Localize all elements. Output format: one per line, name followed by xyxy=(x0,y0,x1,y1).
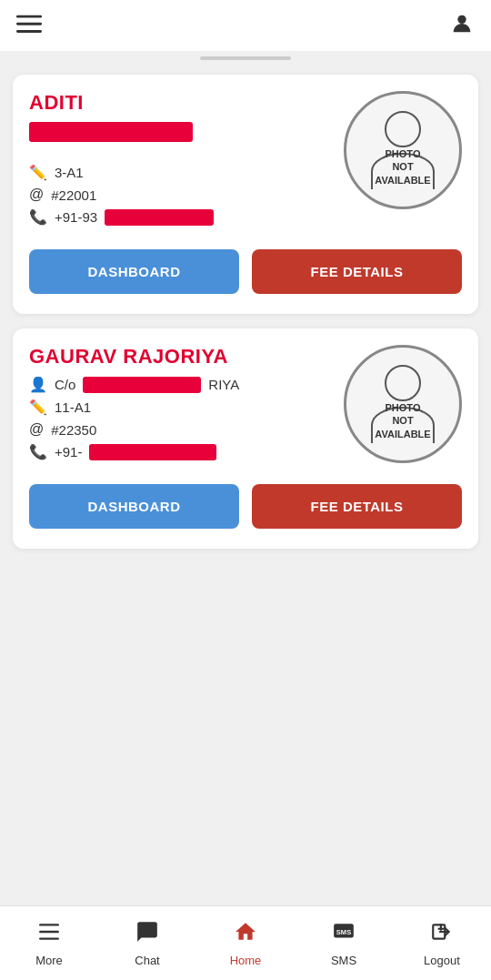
class-row-1: ✏️ 3-A1 xyxy=(29,164,335,181)
nav-more[interactable]: More xyxy=(0,920,98,967)
sms-label: SMS xyxy=(331,954,356,967)
id-value-1: #22001 xyxy=(51,187,96,203)
photo-not-available-1: PHOTONOTAVAILABLE xyxy=(375,147,430,187)
chat-icon xyxy=(135,920,159,950)
card-top-2: GAURAV RAJORIYA 👤 C/o RIYA ✏️ 11-A1 @ #2… xyxy=(29,345,462,466)
student-name-2: GAURAV RAJORIYA xyxy=(29,345,335,369)
student-card-1: ADITI ✏️ 3-A1 @ #22001 📞 +91-93 xyxy=(13,75,478,314)
edit-icon-2: ✏️ xyxy=(29,399,47,416)
nav-logout[interactable]: Logout xyxy=(393,920,491,967)
nav-sms[interactable]: SMS SMS xyxy=(295,920,393,967)
co-redacted-2 xyxy=(83,377,201,393)
id-row-1: @ #22001 xyxy=(29,187,335,203)
phone-redacted-2 xyxy=(89,444,216,460)
fee-details-button-1[interactable]: FEE DETAILS xyxy=(252,249,462,294)
scroll-bar xyxy=(200,56,291,60)
nav-home[interactable]: Home xyxy=(196,920,295,967)
svg-text:SMS: SMS xyxy=(336,927,351,935)
logout-label: Logout xyxy=(424,954,460,967)
card-top-1: ADITI ✏️ 3-A1 @ #22001 📞 +91-93 xyxy=(29,91,462,231)
menu-button[interactable] xyxy=(16,11,42,40)
phone-prefix-1: +91-93 xyxy=(55,209,97,225)
at-icon-1: @ xyxy=(29,187,44,203)
bottom-nav: More Chat Home SMS SMS xyxy=(0,905,491,980)
card-info-1: ADITI ✏️ 3-A1 @ #22001 📞 +91-93 xyxy=(29,91,344,231)
student-card-2: GAURAV RAJORIYA 👤 C/o RIYA ✏️ 11-A1 @ #2… xyxy=(13,328,478,549)
co-row-2: 👤 C/o RIYA xyxy=(29,376,335,393)
more-label: More xyxy=(35,954,63,967)
phone-row-2: 📞 +91- xyxy=(29,443,335,460)
more-icon xyxy=(37,920,61,950)
card-buttons-2: DASHBOARD FEE DETAILS xyxy=(29,484,462,529)
home-icon xyxy=(234,920,257,950)
id-value-2: #22350 xyxy=(51,422,96,438)
dashboard-button-2[interactable]: DASHBOARD xyxy=(29,484,239,529)
class-value-2: 11-A1 xyxy=(55,399,91,415)
top-bar xyxy=(0,0,491,51)
co-suffix-2: RIYA xyxy=(208,377,239,392)
avatar-head-2 xyxy=(385,365,421,401)
svg-rect-1 xyxy=(16,23,42,25)
at-icon-2: @ xyxy=(29,421,44,438)
nav-spacer xyxy=(0,558,491,640)
avatar-head-1 xyxy=(385,111,421,147)
phone-redacted-1 xyxy=(105,209,214,226)
sms-icon: SMS xyxy=(332,920,356,950)
svg-point-3 xyxy=(457,15,466,24)
scroll-indicator xyxy=(0,51,491,66)
avatar-1: PHOTONOTAVAILABLE xyxy=(344,91,462,209)
phone-row-1: 📞 +91-93 xyxy=(29,208,335,226)
class-row-2: ✏️ 11-A1 xyxy=(29,399,335,416)
nav-chat[interactable]: Chat xyxy=(98,920,196,967)
person-icon-2: 👤 xyxy=(29,376,47,393)
co-prefix-2: C/o xyxy=(55,377,75,392)
redacted-name-bar-1 xyxy=(29,122,193,142)
phone-prefix-2: +91- xyxy=(55,444,82,460)
avatar-2: PHOTONOTAVAILABLE xyxy=(344,345,462,463)
chat-label: Chat xyxy=(135,954,159,967)
student-name-1: ADITI xyxy=(29,91,335,115)
card-buttons-1: DASHBOARD FEE DETAILS xyxy=(29,249,462,294)
home-label: Home xyxy=(230,954,262,967)
photo-not-available-2: PHOTONOTAVAILABLE xyxy=(375,401,430,440)
user-profile-button[interactable] xyxy=(449,11,475,40)
phone-icon-2: 📞 xyxy=(29,443,47,460)
logout-icon xyxy=(430,920,454,950)
fee-details-button-2[interactable]: FEE DETAILS xyxy=(252,484,462,529)
svg-rect-2 xyxy=(16,30,42,33)
id-row-2: @ #22350 xyxy=(29,421,335,438)
phone-icon-1: 📞 xyxy=(29,208,47,226)
class-value-1: 3-A1 xyxy=(55,165,84,180)
cards-container: ADITI ✏️ 3-A1 @ #22001 📞 +91-93 xyxy=(0,66,491,558)
edit-icon-1: ✏️ xyxy=(29,164,47,181)
dashboard-button-1[interactable]: DASHBOARD xyxy=(29,249,239,294)
svg-rect-0 xyxy=(16,15,42,18)
card-info-2: GAURAV RAJORIYA 👤 C/o RIYA ✏️ 11-A1 @ #2… xyxy=(29,345,344,466)
